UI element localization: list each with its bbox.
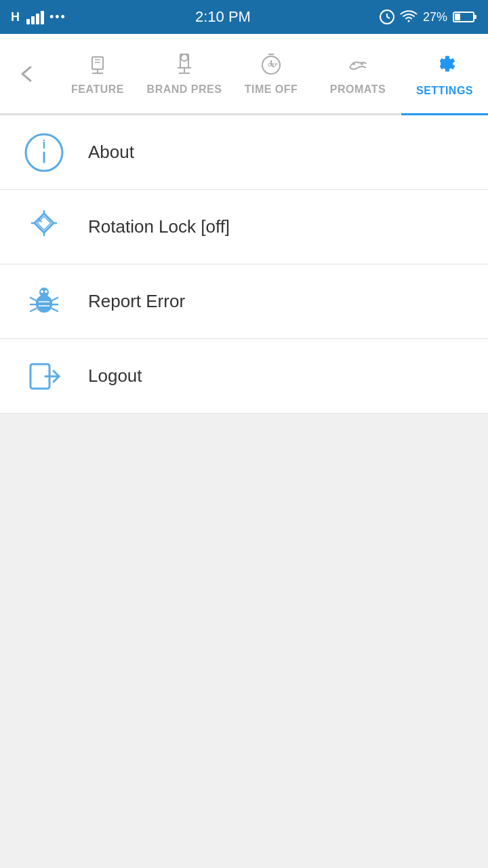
svg-line-40: [52, 309, 58, 311]
status-bar: H ••• 2:10 PM 27%: [0, 0, 488, 34]
svg-rect-4: [455, 14, 460, 20]
svg-point-34: [45, 290, 47, 293]
svg-point-22: [361, 62, 363, 65]
report-error-label: Report Error: [88, 291, 185, 312]
signal-bar-4: [41, 11, 44, 24]
tab-brand-pres[interactable]: BRAND PRES: [141, 34, 228, 113]
signal-bar-1: [26, 19, 30, 24]
logout-label: Logout: [88, 366, 142, 387]
signal-bars: [26, 9, 44, 24]
brand-pres-icon: [172, 52, 197, 79]
tab-promats-label: PROMATS: [330, 83, 386, 96]
tab-promats[interactable]: PROMATS: [314, 34, 401, 113]
settings-item-rotation-lock[interactable]: Rotation Lock [off]: [0, 190, 488, 264]
report-error-icon: [20, 278, 68, 326]
settings-list: i About Rotation Lock [off]: [0, 115, 488, 414]
svg-point-33: [41, 290, 43, 293]
svg-point-14: [181, 54, 188, 61]
promats-icon: [346, 52, 370, 79]
tab-brand-pres-label: BRAND PRES: [147, 83, 222, 96]
logout-icon: [20, 353, 68, 400]
svg-point-32: [39, 288, 49, 297]
settings-icon: [431, 50, 458, 81]
svg-text:i: i: [42, 138, 45, 151]
tab-bar: FEATURE BRAND PRES OFF TIME OFF: [0, 34, 488, 115]
rotation-lock-label: Rotation Lock [off]: [88, 216, 230, 237]
feature-icon: [85, 52, 110, 79]
tab-settings[interactable]: SETTINGS: [401, 34, 488, 113]
svg-line-2: [387, 17, 390, 18]
tab-feature[interactable]: FEATURE: [54, 34, 141, 113]
svg-point-21: [352, 62, 355, 65]
svg-rect-31: [36, 295, 52, 313]
status-left: H •••: [11, 9, 66, 24]
svg-line-38: [52, 298, 58, 300]
clock-icon: [380, 9, 394, 24]
tab-settings-label: SETTINGS: [416, 85, 473, 97]
svg-line-37: [30, 309, 36, 311]
svg-rect-5: [474, 15, 476, 19]
about-icon: i: [20, 129, 68, 176]
clock: 2:10 PM: [195, 8, 251, 26]
about-label: About: [88, 142, 134, 163]
svg-line-35: [30, 298, 36, 300]
wifi-icon: [400, 9, 418, 24]
tab-time-off-label: TIME OFF: [245, 83, 298, 96]
signal-bar-2: [31, 16, 35, 24]
signal-type: H: [11, 10, 20, 24]
time-off-icon: OFF: [259, 52, 283, 79]
battery-percent: 27%: [423, 10, 447, 24]
svg-text:OFF: OFF: [268, 62, 279, 67]
settings-item-report-error[interactable]: Report Error: [0, 264, 488, 339]
settings-item-logout[interactable]: Logout: [0, 339, 488, 414]
settings-item-about[interactable]: i About: [0, 115, 488, 190]
battery-icon: [453, 11, 477, 23]
status-right: 27%: [380, 9, 477, 24]
signal-bar-3: [36, 14, 39, 24]
rotation-lock-icon: [20, 203, 68, 251]
tab-back-button[interactable]: [0, 34, 54, 113]
svg-rect-6: [92, 57, 103, 69]
tab-time-off[interactable]: OFF TIME OFF: [228, 34, 314, 113]
menu-dots: •••: [49, 10, 66, 24]
tab-feature-label: FEATURE: [71, 83, 124, 96]
